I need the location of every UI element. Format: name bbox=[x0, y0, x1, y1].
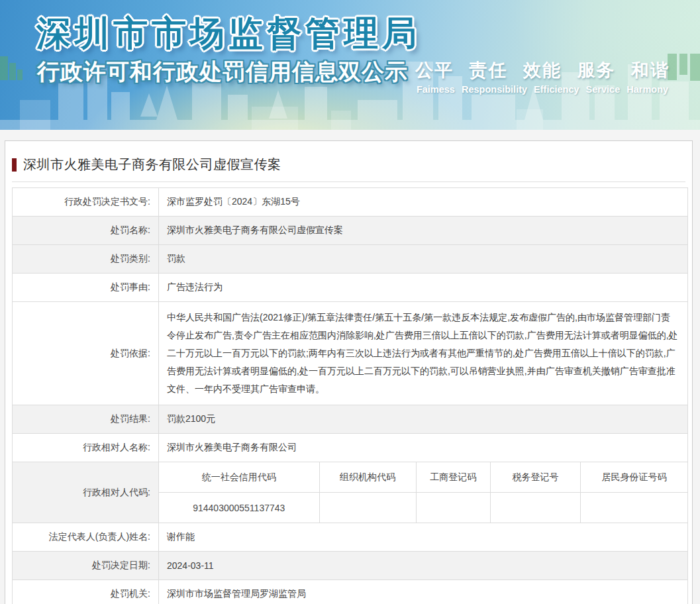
case-title-section: 深圳市火雅美电子商务有限公司虚假宣传案 bbox=[12, 141, 685, 182]
row-label: 处罚依据: bbox=[13, 302, 159, 405]
row-label: 处罚类别: bbox=[13, 245, 159, 273]
codes-header-cell: 工商登记码 bbox=[417, 462, 491, 492]
title-accent-bar bbox=[12, 158, 17, 172]
codes-header-row: 统一社会信用代码 组织机构代码 工商登记码 税务登记号 居民身份证号码 bbox=[159, 462, 687, 493]
row-value: 深圳市市场监督管理局罗湖监管局 bbox=[159, 580, 687, 604]
slogan-cn: 公平 责任 效能 服务 和谐 bbox=[415, 58, 670, 82]
table-row-counterpart-codes: 行政相对人代码: 统一社会信用代码 组织机构代码 工商登记码 税务登记号 居民身… bbox=[13, 462, 687, 523]
row-value: 谢作能 bbox=[159, 523, 687, 551]
row-label: 处罚结果: bbox=[13, 405, 159, 433]
row-label: 行政处罚决定书文号: bbox=[13, 188, 159, 216]
page-title: 深圳市火雅美电子商务有限公司虚假宣传案 bbox=[23, 156, 281, 174]
row-value: 深圳市火雅美电子商务有限公司 bbox=[159, 434, 687, 462]
table-row-penalty-name: 处罚名称: 深圳市火雅美电子商务有限公司虚假宣传案 bbox=[13, 216, 687, 244]
table-row-penalty-result: 处罚结果: 罚款2100元 bbox=[13, 405, 687, 433]
codes-subtable: 统一社会信用代码 组织机构代码 工商登记码 税务登记号 居民身份证号码 9144… bbox=[159, 462, 687, 523]
codes-header-cell: 税务登记号 bbox=[491, 462, 581, 492]
table-row-penalty-authority: 处罚机关: 深圳市市场监督管理局罗湖监管局 bbox=[13, 579, 687, 604]
row-label: 处罚机关: bbox=[13, 580, 159, 604]
corner-building-icon bbox=[668, 54, 700, 81]
codes-header-cell: 统一社会信用代码 bbox=[159, 462, 320, 492]
codes-value-cell bbox=[491, 493, 581, 523]
slogan-en: Faimess Responsibility Efficiency Servic… bbox=[415, 84, 670, 95]
table-row-legal-representative: 法定代表人(负责人)姓名: 谢作能 bbox=[13, 523, 687, 551]
row-value: 罚款2100元 bbox=[159, 405, 687, 433]
row-label: 法定代表人(负责人)姓名: bbox=[13, 523, 159, 551]
row-label: 行政相对人代码: bbox=[13, 462, 159, 523]
table-row-penalty-basis: 处罚依据: 中华人民共和国广告法(2021修正)/第五章法律责任/第五十五条/第… bbox=[13, 301, 687, 405]
row-value: 广告违法行为 bbox=[159, 274, 687, 301]
codes-value-cell: 914403000551137743 bbox=[159, 493, 320, 523]
table-row-counterpart-name: 行政相对人名称: 深圳市火雅美电子商务有限公司 bbox=[13, 433, 687, 462]
site-banner: 深圳市市场监督管理局 行政许可和行政处罚信用信息双公示 公平 责任 效能 服务 … bbox=[0, 0, 700, 130]
table-row-decision-number: 行政处罚决定书文号: 深市监罗处罚〔2024〕东湖15号 bbox=[13, 188, 687, 216]
penalty-info-table: 行政处罚决定书文号: 深市监罗处罚〔2024〕东湖15号 处罚名称: 深圳市火雅… bbox=[12, 187, 688, 604]
row-label: 处罚决定日期: bbox=[13, 552, 159, 579]
table-row-penalty-reason: 处罚事由: 广告违法行为 bbox=[13, 273, 687, 301]
codes-header-cell: 居民身份证号码 bbox=[581, 462, 687, 492]
table-row-decision-date: 处罚决定日期: 2024-03-11 bbox=[13, 551, 687, 579]
row-value: 深圳市火雅美电子商务有限公司虚假宣传案 bbox=[159, 217, 687, 244]
row-label: 处罚名称: bbox=[13, 217, 159, 244]
org-title: 深圳市市场监督管理局 bbox=[36, 11, 421, 57]
codes-value-row: 914403000551137743 bbox=[159, 493, 687, 523]
codes-header-cell: 组织机构代码 bbox=[320, 462, 417, 492]
corner-building-icon bbox=[0, 56, 23, 80]
row-value: 深市监罗处罚〔2024〕东湖15号 bbox=[159, 188, 687, 216]
banner-slogan: 公平 责任 效能 服务 和谐 Faimess Responsibility Ef… bbox=[415, 58, 670, 95]
banner-subtitle: 行政许可和行政处罚信用信息双公示 bbox=[37, 57, 408, 87]
row-value: 罚款 bbox=[159, 245, 687, 273]
codes-value-cell bbox=[581, 493, 687, 523]
row-value: 中华人民共和国广告法(2021修正)/第五章法律责任/第五十五条/第一款违反本法… bbox=[159, 302, 687, 405]
table-row-penalty-category: 处罚类别: 罚款 bbox=[13, 244, 687, 273]
codes-value-cell bbox=[417, 493, 491, 523]
codes-value-cell bbox=[320, 493, 417, 523]
content-panel: 深圳市火雅美电子商务有限公司虚假宣传案 行政处罚决定书文号: 深市监罗处罚〔20… bbox=[5, 140, 693, 604]
row-value: 2024-03-11 bbox=[159, 552, 687, 579]
row-label: 处罚事由: bbox=[13, 274, 159, 301]
row-label: 行政相对人名称: bbox=[13, 434, 159, 462]
